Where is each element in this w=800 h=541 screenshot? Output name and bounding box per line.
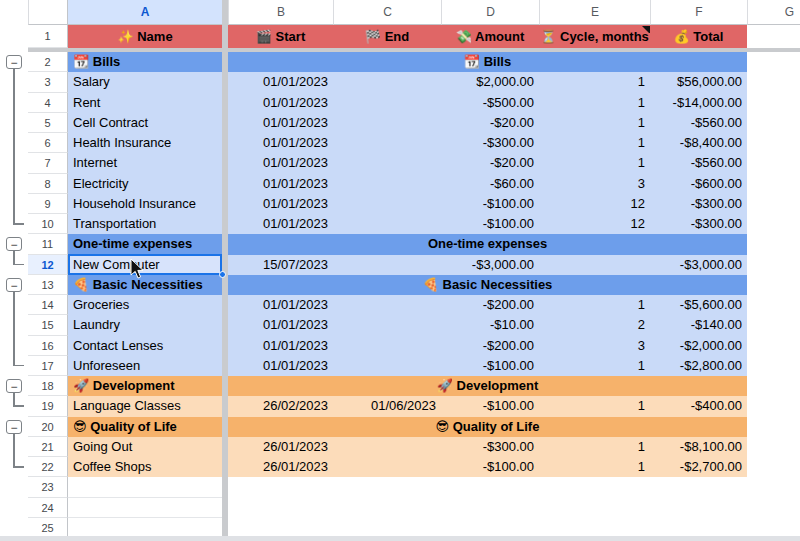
cell-B12[interactable]: 15/07/2023 xyxy=(228,255,333,275)
column-header-E[interactable]: E xyxy=(539,0,650,25)
column-header-C[interactable]: C xyxy=(333,0,441,25)
cell-A20[interactable]: 😎 Quality of Life xyxy=(68,417,222,437)
row-header-23[interactable]: 23 xyxy=(28,477,68,497)
cell-A21[interactable]: Going Out xyxy=(68,437,222,457)
column-title-A1[interactable]: ✨ Name xyxy=(68,25,222,48)
cell-A14[interactable]: Groceries xyxy=(68,295,222,315)
cell-D22[interactable]: -$100.00 xyxy=(441,457,539,477)
cell-F19[interactable]: -$400.00 xyxy=(650,396,747,416)
merged-section-cell-row2[interactable]: 📆 Bills xyxy=(228,52,747,72)
row-header-7[interactable]: 7 xyxy=(28,153,68,173)
column-header-F[interactable]: F xyxy=(650,0,747,25)
cell-C19[interactable]: 01/06/2023 xyxy=(333,396,441,416)
cell-D8[interactable]: -$60.00 xyxy=(441,174,539,194)
collapse-group-button-rows-18-19[interactable]: − xyxy=(6,379,22,393)
column-header-G[interactable]: G xyxy=(747,0,800,25)
row-header-19[interactable]: 19 xyxy=(28,396,68,416)
cell-E14[interactable]: 1 xyxy=(539,295,650,315)
cell-E7[interactable]: 1 xyxy=(539,153,650,173)
cell-A4[interactable]: Rent xyxy=(68,93,222,113)
cell-A17[interactable]: Unforeseen xyxy=(68,356,222,376)
cell-A8[interactable]: Electricity xyxy=(68,174,222,194)
merged-section-cell-row13[interactable]: 🍕 Basic Necessities xyxy=(228,275,747,295)
row-header-6[interactable]: 6 xyxy=(28,133,68,153)
cell-F14[interactable]: -$5,600.00 xyxy=(650,295,747,315)
cell-D14[interactable]: -$200.00 xyxy=(441,295,539,315)
cell-B19[interactable]: 26/02/2023 xyxy=(228,396,333,416)
cell-D19[interactable]: -$100.00 xyxy=(441,396,539,416)
cell-E5[interactable]: 1 xyxy=(539,113,650,133)
cell-F6[interactable]: -$8,400.00 xyxy=(650,133,747,153)
row-header-21[interactable]: 21 xyxy=(28,437,68,457)
cell-F17[interactable]: -$2,800.00 xyxy=(650,356,747,376)
row-header-8[interactable]: 8 xyxy=(28,174,68,194)
column-title-B1[interactable]: 🎬 Start xyxy=(228,25,333,48)
cell-B6[interactable]: 01/01/2023 xyxy=(228,133,333,153)
cell-D7[interactable]: -$20.00 xyxy=(441,153,539,173)
row-header-22[interactable]: 22 xyxy=(28,457,68,477)
cell-A24[interactable] xyxy=(68,498,222,518)
row-header-14[interactable]: 14 xyxy=(28,295,68,315)
collapse-group-button-rows-11-12[interactable]: − xyxy=(6,237,22,251)
column-title-E1[interactable]: ⏳ Cycle, months xyxy=(539,25,650,48)
column-header-B[interactable]: B xyxy=(228,0,333,25)
cell-B21[interactable]: 26/01/2023 xyxy=(228,437,333,457)
cell-E4[interactable]: 1 xyxy=(539,93,650,113)
cell-D6[interactable]: -$300.00 xyxy=(441,133,539,153)
row-header-3[interactable]: 3 xyxy=(28,72,68,92)
column-header-A[interactable]: A xyxy=(68,0,222,25)
cell-A5[interactable]: Cell Contract xyxy=(68,113,222,133)
cell-D16[interactable]: -$200.00 xyxy=(441,336,539,356)
cell-E21[interactable]: 1 xyxy=(539,437,650,457)
cell-F3[interactable]: $56,000.00 xyxy=(650,72,747,92)
cell-F8[interactable]: -$600.00 xyxy=(650,174,747,194)
cell-D9[interactable]: -$100.00 xyxy=(441,194,539,214)
row-header-12[interactable]: 12 xyxy=(28,255,68,275)
cell-F9[interactable]: -$300.00 xyxy=(650,194,747,214)
cell-E17[interactable]: 1 xyxy=(539,356,650,376)
cell-A22[interactable]: Coffee Shops xyxy=(68,457,222,477)
cell-B15[interactable]: 01/01/2023 xyxy=(228,315,333,335)
cell-E10[interactable]: 12 xyxy=(539,214,650,234)
cell-B22[interactable]: 26/01/2023 xyxy=(228,457,333,477)
cell-F12[interactable]: -$3,000.00 xyxy=(650,255,747,275)
cell-B4[interactable]: 01/01/2023 xyxy=(228,93,333,113)
row-header-20[interactable]: 20 xyxy=(28,417,68,437)
cell-E22[interactable]: 1 xyxy=(539,457,650,477)
row-header-9[interactable]: 9 xyxy=(28,194,68,214)
frozen-column-divider[interactable] xyxy=(222,0,228,537)
collapse-group-button-rows-20-22[interactable]: − xyxy=(6,420,22,434)
column-title-C1[interactable]: 🏁 End xyxy=(333,25,441,48)
cell-A6[interactable]: Health Insurance xyxy=(68,133,222,153)
cell-B9[interactable]: 01/01/2023 xyxy=(228,194,333,214)
cell-D4[interactable]: -$500.00 xyxy=(441,93,539,113)
cell-E19[interactable]: 1 xyxy=(539,396,650,416)
row-header-5[interactable]: 5 xyxy=(28,113,68,133)
row-header-2[interactable]: 2 xyxy=(28,52,68,72)
cell-A15[interactable]: Laundry xyxy=(68,315,222,335)
cell-B5[interactable]: 01/01/2023 xyxy=(228,113,333,133)
cell-A25[interactable] xyxy=(68,518,222,538)
cell-D12[interactable]: -$3,000.00 xyxy=(441,255,539,275)
cell-A19[interactable]: Language Classes xyxy=(68,396,222,416)
cell-D17[interactable]: -$100.00 xyxy=(441,356,539,376)
merged-section-cell-row18[interactable]: 🚀 Development xyxy=(228,376,747,396)
row-header-17[interactable]: 17 xyxy=(28,356,68,376)
cell-E9[interactable]: 12 xyxy=(539,194,650,214)
cell-B17[interactable]: 01/01/2023 xyxy=(228,356,333,376)
collapse-group-button-rows-2-10[interactable]: − xyxy=(6,55,22,69)
cell-D5[interactable]: -$20.00 xyxy=(441,113,539,133)
cell-B7[interactable]: 01/01/2023 xyxy=(228,153,333,173)
cell-A16[interactable]: Contact Lenses xyxy=(68,336,222,356)
cell-A2[interactable]: 📆 Bills xyxy=(68,52,222,72)
collapse-group-button-rows-13-17[interactable]: − xyxy=(6,278,22,292)
cell-E6[interactable]: 1 xyxy=(539,133,650,153)
row-header-13[interactable]: 13 xyxy=(28,275,68,295)
row-header-1[interactable]: 1 xyxy=(28,25,68,48)
cell-F4[interactable]: -$14,000.00 xyxy=(650,93,747,113)
cell-A23[interactable] xyxy=(68,477,222,497)
cell-E15[interactable]: 2 xyxy=(539,315,650,335)
frozen-row-divider[interactable] xyxy=(28,48,800,52)
row-header-24[interactable]: 24 xyxy=(28,498,68,518)
cell-F22[interactable]: -$2,700.00 xyxy=(650,457,747,477)
